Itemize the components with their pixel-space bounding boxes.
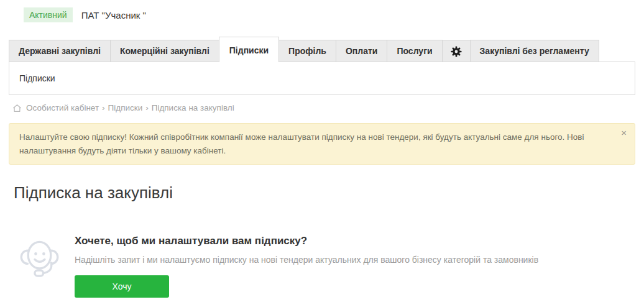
tab-state-procurements[interactable]: Державні закупівлі — [9, 40, 111, 62]
breadcrumb-item-current: Підписка на закупівлі — [152, 103, 234, 112]
tab-payments[interactable]: Оплати — [336, 40, 388, 62]
tab-settings[interactable] — [442, 40, 471, 62]
tab-procurements-without-regulation[interactable]: Закупівлі без регламенту — [470, 40, 599, 62]
subnav-link-subscriptions[interactable]: Підписки — [19, 73, 55, 83]
subscription-promo: Хочете, щоб ми налаштували вам підписку?… — [15, 232, 635, 298]
tab-commercial-procurements[interactable]: Комерційні закупівлі — [110, 40, 219, 62]
promo-title: Хочете, щоб ми налаштували вам підписку? — [75, 235, 538, 247]
tab-label: Державні закупівлі — [19, 46, 101, 56]
tab-label: Підписки — [229, 45, 269, 55]
tab-label: Комерційні закупівлі — [120, 46, 209, 56]
alert-text: Налаштуйте свою підписку! Кожний співроб… — [19, 132, 584, 155]
account-header: Активний ПАТ "Учасник " — [24, 7, 629, 22]
main-tab-bar: Державні закупівлі Комерційні закупівлі … — [9, 37, 635, 62]
promo-description: Надішліть запит і ми налаштуємо підписку… — [75, 255, 538, 265]
tab-label: Послуги — [397, 46, 432, 56]
tab-subscriptions[interactable]: Підписки — [219, 37, 279, 62]
subnav-panel: Підписки — [9, 62, 635, 95]
breadcrumb-item-cabinet[interactable]: Особистий кабінет — [26, 103, 99, 112]
company-name: ПАТ "Учасник " — [81, 10, 146, 21]
support-headset-icon — [15, 234, 62, 286]
breadcrumb-item-subscriptions[interactable]: Підписки — [108, 103, 143, 112]
breadcrumb-separator: › — [145, 103, 149, 112]
page-title: Підписка на закупівлі — [14, 183, 635, 203]
tab-label: Оплати — [346, 46, 378, 56]
home-icon[interactable] — [12, 104, 22, 112]
status-badge: Активний — [24, 7, 73, 22]
page-container: Активний ПАТ "Учасник " Державні закупів… — [0, 7, 644, 298]
breadcrumb: Особистий кабінет › Підписки › Підписка … — [12, 103, 635, 112]
breadcrumb-separator: › — [102, 103, 105, 112]
tab-services[interactable]: Послуги — [387, 40, 442, 62]
subscription-hint-alert: Налаштуйте свою підписку! Кожний співроб… — [9, 123, 635, 165]
close-icon[interactable]: × — [621, 128, 627, 137]
promo-body: Хочете, щоб ми налаштували вам підписку?… — [75, 232, 538, 298]
gear-icon — [451, 46, 462, 57]
tab-profile[interactable]: Профіль — [278, 40, 336, 62]
tab-label: Профіль — [288, 46, 326, 56]
want-subscription-button[interactable]: Хочу — [75, 275, 169, 298]
tab-label: Закупівлі без регламенту — [480, 46, 589, 56]
